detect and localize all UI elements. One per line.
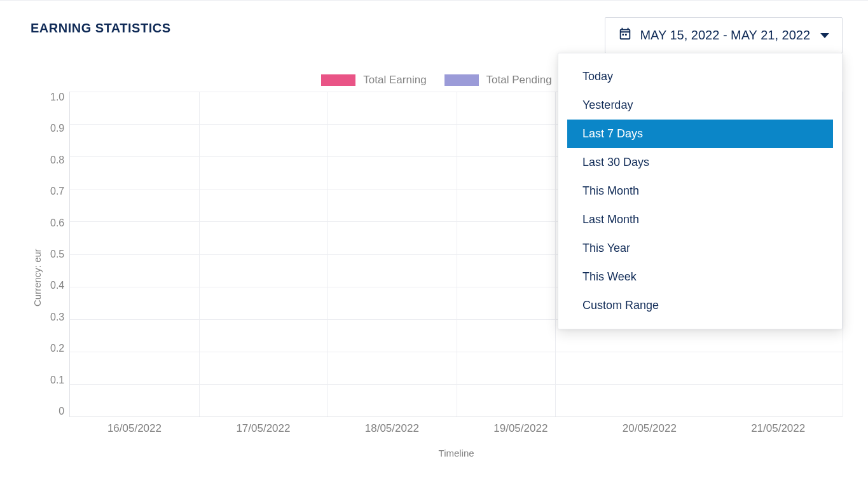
y-axis-ticks: 1.0 0.9 0.8 0.7 0.6 0.5 0.4 0.3 0.2 0.1 …	[44, 92, 69, 417]
range-option-custom-range[interactable]: Custom Range	[567, 291, 833, 320]
y-tick: 1.0	[50, 92, 64, 103]
range-option-last-7-days[interactable]: Last 7 Days	[567, 120, 833, 148]
earning-statistics-panel: EARNING STATISTICS MAY 15, 2022 - MAY 21…	[0, 0, 868, 496]
date-range-dropdown: Today Yesterday Last 7 Days Last 30 Days…	[558, 53, 843, 329]
range-option-today[interactable]: Today	[567, 62, 833, 91]
range-option-this-month[interactable]: This Month	[567, 177, 833, 205]
page-title: EARNING STATISTICS	[31, 21, 170, 36]
range-option-yesterday[interactable]: Yesterday	[567, 91, 833, 120]
x-tick: 16/05/2022	[107, 422, 162, 435]
legend-label-total-earning: Total Earning	[363, 74, 426, 86]
range-option-last-30-days[interactable]: Last 30 Days	[567, 148, 833, 177]
range-option-this-week[interactable]: This Week	[567, 263, 833, 291]
panel-header-row: EARNING STATISTICS MAY 15, 2022 - MAY 21…	[31, 17, 843, 53]
legend-label-total-pending: Total Pending	[486, 74, 552, 86]
x-tick: 20/05/2022	[623, 422, 677, 435]
x-tick: 19/05/2022	[493, 422, 548, 435]
legend-swatch-purple	[444, 74, 479, 86]
date-range-text: MAY 15, 2022 - MAY 21, 2022	[640, 28, 810, 43]
date-range-picker: MAY 15, 2022 - MAY 21, 2022 Today Yester…	[605, 17, 843, 53]
legend-swatch-pink	[321, 74, 355, 86]
x-tick: 18/05/2022	[365, 422, 419, 435]
y-tick: 0.8	[50, 155, 64, 166]
caret-down-icon	[820, 33, 829, 38]
y-tick: 0.3	[50, 312, 64, 323]
range-option-this-year[interactable]: This Year	[567, 234, 833, 263]
calendar-icon	[618, 27, 632, 44]
y-tick: 0.7	[50, 186, 64, 197]
legend-item-total-earning[interactable]: Total Earning	[321, 74, 426, 86]
y-tick: 0.6	[50, 217, 64, 229]
legend-item-total-pending[interactable]: Total Pending	[444, 74, 552, 86]
y-tick: 0.2	[50, 343, 64, 354]
x-tick: 21/05/2022	[751, 422, 805, 435]
range-option-last-month[interactable]: Last Month	[567, 205, 833, 234]
y-tick: 0.9	[50, 123, 64, 134]
y-tick: 0.1	[50, 375, 64, 386]
x-tick: 17/05/2022	[236, 422, 290, 435]
date-range-button[interactable]: MAY 15, 2022 - MAY 21, 2022	[605, 17, 843, 53]
y-tick: 0	[59, 406, 64, 417]
y-tick: 0.4	[50, 280, 64, 291]
y-tick: 0.5	[50, 249, 64, 260]
x-axis-title: Timeline	[70, 448, 843, 458]
y-axis-title: Currency: eur	[31, 116, 44, 440]
